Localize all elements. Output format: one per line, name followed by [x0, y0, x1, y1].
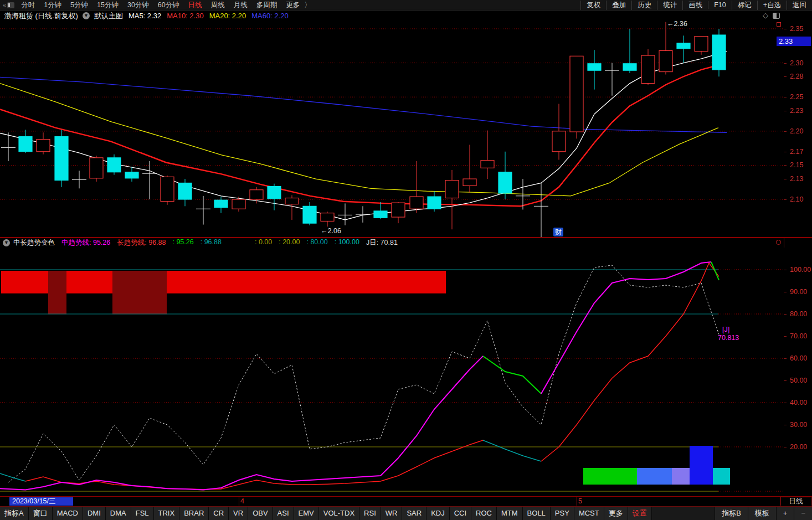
toolbar-item-WR[interactable]: WR	[381, 507, 403, 520]
indicator-axis-label: 50.00	[784, 377, 812, 384]
tool-menu-标记[interactable]: 标记	[732, 1, 757, 10]
toolbar-item-BRAR[interactable]: BRAR	[179, 507, 209, 520]
toolbar-item-KDJ[interactable]: KDJ	[426, 507, 450, 520]
indicator-chart[interactable]: [J]70.813	[0, 248, 784, 496]
financial-report-badge[interactable]: 财	[553, 228, 563, 236]
toolbar-item-CR[interactable]: CR	[209, 507, 229, 520]
toolbar-item-+[interactable]: +	[776, 507, 794, 520]
toolbar-item-CCI[interactable]: CCI	[450, 507, 471, 520]
series-长趋势线	[541, 263, 719, 461]
split-window-icon[interactable]	[773, 13, 780, 19]
toolbar-item-OBV[interactable]: OBV	[248, 507, 273, 520]
tool-menu-返回[interactable]: 返回	[787, 1, 812, 10]
price-axis-label: 2.15	[784, 161, 812, 169]
indicator-value: J日: 70.81	[366, 238, 398, 248]
tool-menu-+自选[interactable]: +自选	[757, 1, 787, 10]
chevron-down-icon[interactable]: ▼	[3, 239, 10, 246]
price-annotation: ←2.06	[321, 227, 341, 235]
price-axis-label: 2.25	[784, 93, 812, 101]
month-label: 5	[578, 497, 582, 506]
toolbar-item-ROC[interactable]: ROC	[471, 507, 497, 520]
toolbar-item-PSY[interactable]: PSY	[551, 507, 574, 520]
indicator-value: : 95.26	[172, 238, 193, 248]
top-menu-bar: « 分时1分钟5分钟15分钟30分钟60分钟日线周线月线多周期更多 〉 复权叠加…	[0, 0, 812, 11]
series-中趋势线	[711, 262, 719, 280]
indicator-name[interactable]: 中长趋势变色	[13, 238, 55, 248]
series-长趋势线	[25, 440, 483, 490]
toolbar-item-VOL-TDX[interactable]: VOL-TDX	[319, 507, 359, 520]
toolbar-item-BOLL[interactable]: BOLL	[523, 507, 551, 520]
indicator-axis-label: 20.00	[784, 443, 812, 451]
period-tab-日线[interactable]: 日线	[184, 1, 207, 10]
toolbar-item-RSI[interactable]: RSI	[359, 507, 381, 520]
candlestick-layer	[1, 22, 726, 237]
panel-control-icon[interactable]	[777, 22, 781, 27]
more-chevron-icon[interactable]: 〉	[304, 1, 315, 10]
period-tab-多周期[interactable]: 多周期	[252, 1, 282, 10]
tool-menu-复权[interactable]: 复权	[580, 1, 606, 10]
ma-values: MA5: 2.32MA10: 2.30MA20: 2.20MA60: 2.20	[123, 12, 289, 20]
toolbar-item-设置[interactable]: 设置	[628, 507, 652, 520]
period-indicator: 日线	[780, 497, 811, 506]
chart-title-bar: 渤海租赁 (日线.前复权) ▼ 默认主图 MA5: 2.32MA10: 2.30…	[0, 11, 812, 21]
indicator-axis-label: 100.00	[784, 266, 812, 274]
toolbar-item-指标B[interactable]: 指标B	[715, 507, 748, 520]
toolbar-item-更多[interactable]: 更多	[604, 507, 628, 520]
signal-band-layer	[1, 271, 446, 314]
toolbar-item-窗口[interactable]: 窗口	[29, 507, 53, 520]
period-tab-15分钟[interactable]: 15分钟	[92, 1, 123, 10]
price-axis-label: 2.30	[784, 59, 812, 67]
indicator-value: 长趋势线: 96.88	[117, 238, 166, 248]
toolbar-item-VR[interactable]: VR	[229, 507, 248, 520]
period-tab-1分钟[interactable]: 1分钟	[39, 1, 66, 10]
main-candlestick-chart[interactable]: ←2.36←2.06	[0, 21, 784, 237]
indicator-values: 中趋势线: 95.26长趋势线: 96.88: 95.26: 96.88: 0.…	[55, 238, 398, 248]
toolbar-item-−[interactable]: −	[794, 507, 812, 520]
toolbar-item-SAR[interactable]: SAR	[402, 507, 426, 520]
date-axis-row: 2023/03/15/三 45 日线	[0, 497, 812, 506]
toolbar-item-DMI[interactable]: DMI	[83, 507, 106, 520]
period-tab-月线[interactable]: 月线	[229, 1, 252, 10]
indicator-axis-label: 30.00	[784, 421, 812, 429]
tool-menu-F10[interactable]: F10	[708, 1, 732, 9]
price-axis-label: 2.10	[784, 195, 812, 203]
tool-menu-统计[interactable]: 统计	[657, 1, 682, 10]
toolbar-item-TRIX[interactable]: TRIX	[154, 507, 180, 520]
toolbar-item-指标A[interactable]: 指标A	[0, 507, 29, 520]
toolbar-item-DMA[interactable]: DMA	[106, 507, 131, 520]
tool-menu: 复权叠加历史统计画线F10标记+自选返回	[580, 0, 812, 10]
layout-label[interactable]: 默认主图	[94, 11, 123, 21]
current-price-badge: 2.33	[777, 37, 811, 46]
ma-value: MA20: 2.20	[209, 12, 246, 20]
period-tab-更多[interactable]: 更多	[281, 1, 304, 10]
diamond-icon[interactable]: ◇	[763, 12, 768, 19]
chevron-down-icon[interactable]: ▼	[83, 12, 90, 19]
period-tab-5分钟[interactable]: 5分钟	[66, 1, 92, 10]
period-tab-分时[interactable]: 分时	[17, 1, 39, 10]
date-badge: 2023/03/15/三	[9, 497, 73, 506]
price-annotation: ←2.36	[667, 21, 687, 28]
series-长趋势线	[0, 473, 25, 481]
toolbar-item-ASI[interactable]: ASI	[273, 507, 294, 520]
histogram-bar-layer	[583, 446, 730, 485]
price-axis-label: 2.23	[784, 107, 812, 115]
panel-collapse-icon[interactable]	[776, 240, 781, 245]
toolbar-item-MTM[interactable]: MTM	[497, 507, 523, 520]
toolbar-item-FSL[interactable]: FSL	[131, 507, 154, 520]
ma-line-MA5	[0, 52, 727, 220]
month-tick	[577, 497, 577, 506]
period-tab-周线[interactable]: 周线	[207, 1, 229, 10]
toolbar-item-MCST[interactable]: MCST	[574, 507, 604, 520]
period-tab-30分钟[interactable]: 30分钟	[123, 1, 153, 10]
toolbar-item-模板[interactable]: 模板	[748, 507, 776, 520]
ma-lines-layer	[0, 52, 727, 220]
tool-menu-画线[interactable]: 画线	[682, 1, 708, 10]
toolbar-item-EMV[interactable]: EMV	[294, 507, 319, 520]
toolbar-item-MACD[interactable]: MACD	[53, 507, 83, 520]
tool-menu-叠加[interactable]: 叠加	[606, 1, 631, 10]
period-tab-60分钟[interactable]: 60分钟	[153, 1, 184, 10]
indicator-header: ▼ 中长趋势变色 中趋势线: 95.26长趋势线: 96.88: 95.26: …	[0, 238, 784, 248]
tool-menu-历史[interactable]: 历史	[631, 1, 657, 10]
series-长趋势线	[483, 440, 541, 461]
collapse-panel-icon[interactable]: «	[0, 2, 17, 8]
